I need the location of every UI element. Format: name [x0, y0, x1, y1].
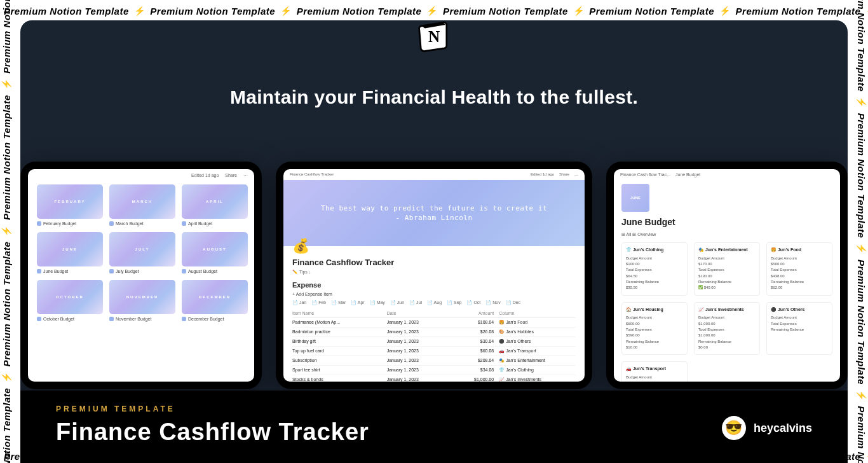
ct-breadcrumb: Finance Cashflow Tracker — [290, 172, 334, 177]
budget-card[interactable]: 🚗 Jun's TransportBudget AmountTotal Expe… — [621, 361, 688, 382]
page-title: Finance Cashflow Tracker — [292, 258, 576, 267]
hero-headline: Maintain your Financial Health to the fu… — [20, 86, 848, 108]
hero-panel: N Maintain your Financial Health to the … — [20, 20, 848, 463]
month-card[interactable]: MARCHMarch Budget — [109, 184, 175, 226]
table-row[interactable]: Top up fuel cardJanuary 1, 2023$60.08🚗 J… — [292, 347, 576, 356]
month-card[interactable]: JUNEJune Budget — [37, 232, 103, 273]
rt-title: June Budget — [621, 217, 840, 227]
month-tab[interactable]: 📄 Mar — [331, 300, 346, 305]
month-card[interactable]: JULYJuly Budget — [109, 232, 175, 273]
month-tab[interactable]: 📄 Nov — [485, 300, 500, 305]
month-tab[interactable]: 📄 Dec — [506, 300, 520, 305]
month-tab[interactable]: 📄 Apr — [351, 300, 364, 305]
budget-cards-top: 👕 Jun's ClothingBudget Amount$100.00Tota… — [614, 242, 840, 296]
expense-table: Item Name Date Amount Column Padmanee (M… — [292, 309, 576, 382]
budget-cards-last: 🚗 Jun's TransportBudget AmountTotal Expe… — [614, 355, 840, 382]
svg-text:N: N — [428, 28, 440, 45]
month-tab[interactable]: 📄 Oct — [466, 300, 480, 305]
month-tab[interactable]: 📄 Feb — [311, 300, 326, 305]
month-tab[interactable]: 📄 Jan — [292, 300, 306, 305]
budget-card[interactable]: 👕 Jun's ClothingBudget Amount$100.00Tota… — [621, 242, 688, 296]
tablet-right: Finance Cash flow Trac... June Budget JU… — [606, 162, 848, 389]
footer-bar: PREMIUM TEMPLATE Finance Cashflow Tracke… — [20, 390, 848, 463]
month-card[interactable]: AUGUSTAugust Budget — [182, 232, 248, 273]
brand: 😎 heycalvins — [722, 416, 812, 440]
rt-tabs[interactable]: ⊞ All ⊞ Overview — [621, 232, 840, 237]
month-tab[interactable]: 📄 Jun — [390, 300, 404, 305]
month-card[interactable]: NOVEMBERNovember Budget — [109, 280, 175, 321]
table-row[interactable]: Stocks & bondsJanuary 1, 2023$1,000.00📈 … — [292, 375, 576, 382]
budget-card[interactable]: 🎭 Jun's EntertainmentBudget Amount$170.0… — [694, 242, 760, 296]
budget-card[interactable]: 📈 Jun's InvestmentsBudget Amount$1,000.0… — [694, 302, 760, 356]
lt-header: Edited 1d ago Share ⋯ — [28, 169, 254, 182]
budget-card[interactable]: 🏠 Jun's HousingBudget Amount$600.00Total… — [621, 302, 688, 356]
expense-heading: Expense — [292, 281, 576, 289]
table-row[interactable]: Badminton practiceJanuary 1, 2023$26.08🎨… — [292, 328, 576, 337]
tablet-center: Finance Cashflow Tracker Edited 1d ago S… — [276, 162, 592, 389]
notion-logo-icon: N — [415, 20, 453, 53]
quote-banner: The best way to predict the future is to… — [283, 180, 585, 246]
month-card[interactable]: DECEMBERDecember Budget — [182, 280, 248, 321]
tablet-left: Edited 1d ago Share ⋯ FEBRUARYFebruary B… — [20, 162, 262, 389]
month-card[interactable]: OCTOBEROctober Budget — [37, 280, 103, 321]
rt-breadcrumb: Finance Cash flow Trac... June Budget — [614, 169, 840, 180]
rt-thumb: JUNE — [621, 184, 649, 212]
budget-card[interactable]: 🍔 Jun's FoodBudget Amount$500.00Total Ex… — [766, 242, 832, 296]
table-row[interactable]: Birthday giftJanuary 1, 2023$30.04⚫ Jan'… — [292, 337, 576, 347]
table-row[interactable]: Sport tee shirtJanuary 1, 2023$34.08👕 Ja… — [292, 366, 576, 375]
tips-link[interactable]: ✏️ Tips ↓ — [292, 270, 576, 275]
avatar-icon: 😎 — [722, 416, 746, 440]
budget-cards-bottom: 🏠 Jun's HousingBudget Amount$600.00Total… — [614, 296, 840, 356]
marquee-top: Premium Notion Template⚡Premium Notion T… — [0, 3, 868, 19]
footer-title: Finance Cashflow Tracker — [56, 418, 369, 446]
moneybag-icon: 💰 — [292, 238, 310, 254]
tablets-row: Edited 1d ago Share ⋯ FEBRUARYFebruary B… — [20, 162, 848, 390]
marquee-right: Premium Notion Template⚡Premium Notion T… — [853, 0, 868, 463]
month-card[interactable]: APRILApril Budget — [182, 184, 248, 226]
add-expense-button[interactable]: + Add Expense Item — [292, 292, 576, 296]
month-card[interactable]: FEBRUARYFebruary Budget — [37, 184, 103, 226]
month-grid: FEBRUARYFebruary BudgetMARCHMarch Budget… — [28, 182, 254, 328]
table-row[interactable]: SubscriptionJanuary 1, 2023$208.04🎭 Jan'… — [292, 356, 576, 366]
footer-tag: PREMIUM TEMPLATE — [56, 404, 369, 413]
month-tab[interactable]: 📄 May — [370, 300, 385, 305]
month-tab[interactable]: 📄 Sep — [447, 300, 461, 305]
month-tabs[interactable]: 📄 Jan📄 Feb📄 Mar📄 Apr📄 May📄 Jun📄 Jul📄 Aug… — [292, 300, 576, 305]
month-tab[interactable]: 📄 Jul — [409, 300, 422, 305]
month-tab[interactable]: 📄 Aug — [427, 300, 442, 305]
table-row[interactable]: Padmanee (Motion Ap...January 1, 2023$10… — [292, 318, 576, 328]
budget-card[interactable]: ⚫ Jun's OthersBudget AmountTotal Expense… — [766, 302, 832, 356]
marquee-left: Premium Notion Template⚡Premium Notion T… — [0, 0, 15, 463]
